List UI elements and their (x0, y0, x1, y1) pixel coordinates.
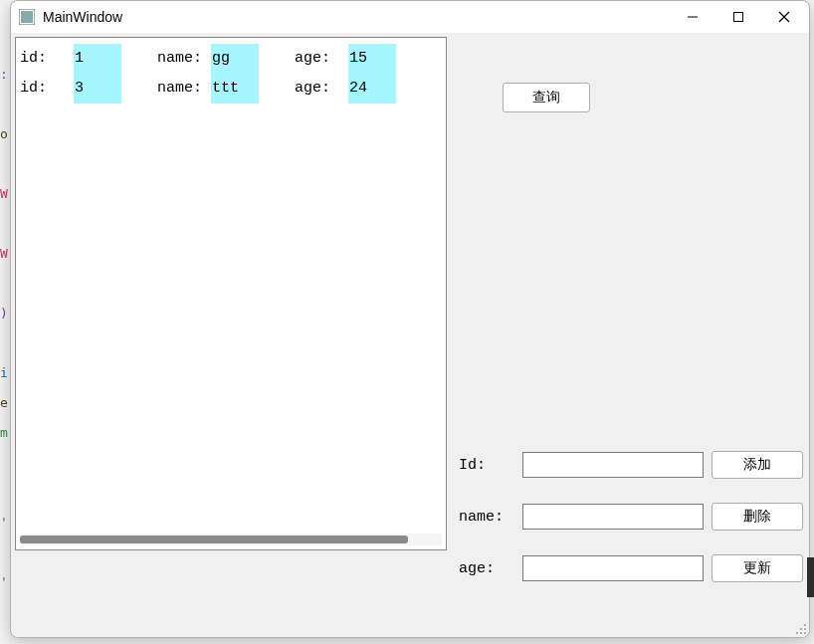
svg-rect-1 (21, 11, 33, 23)
delete-button[interactable]: 删除 (712, 503, 803, 531)
results-text-view[interactable]: id: 1 name: gg age: 15 id: 3 name: ttt a… (15, 37, 447, 550)
id-label: Id: (459, 457, 514, 474)
svg-rect-3 (734, 13, 743, 22)
form-row-name: name: 删除 (459, 503, 797, 531)
age-label: age: (459, 560, 514, 577)
id-input[interactable] (522, 452, 704, 478)
close-button[interactable] (761, 2, 807, 32)
horizontal-scrollbar[interactable] (20, 534, 442, 545)
app-icon (19, 9, 35, 25)
main-window: MainWindow id: 1 name: (10, 0, 810, 638)
form-area: Id: 添加 name: 删除 age: 更新 (459, 451, 797, 606)
form-row-id: Id: 添加 (459, 451, 797, 479)
name-label: name: (459, 509, 514, 526)
svg-point-8 (804, 628, 806, 630)
svg-point-10 (800, 632, 802, 634)
svg-point-6 (804, 624, 806, 626)
update-button[interactable]: 更新 (712, 554, 803, 582)
window-title: MainWindow (43, 9, 670, 25)
minimize-icon (687, 11, 699, 23)
svg-point-7 (800, 628, 802, 630)
right-panel: 查询 Id: 添加 name: 删除 age: 更新 (453, 37, 801, 629)
minimize-button[interactable] (670, 2, 715, 32)
results-text-content: id: 1 name: gg age: 15 id: 3 name: ttt a… (16, 38, 446, 109)
svg-point-9 (796, 632, 798, 634)
maximize-button[interactable] (715, 2, 761, 32)
svg-point-11 (804, 632, 806, 634)
query-button[interactable]: 查询 (503, 83, 590, 112)
maximize-icon (732, 11, 744, 23)
age-input[interactable] (522, 555, 704, 581)
client-area: id: 1 name: gg age: 15 id: 3 name: ttt a… (11, 33, 809, 637)
result-row: id: 3 name: ttt age: 24 (20, 80, 396, 97)
add-button[interactable]: 添加 (712, 451, 803, 479)
name-input[interactable] (522, 504, 704, 530)
titlebar[interactable]: MainWindow (11, 1, 809, 33)
scrollbar-thumb[interactable] (20, 536, 408, 543)
external-tab-strip (807, 557, 814, 597)
form-row-age: age: 更新 (459, 554, 797, 582)
resize-grip-icon[interactable] (793, 621, 807, 635)
result-row: id: 1 name: gg age: 15 (20, 50, 396, 67)
window-controls (670, 2, 807, 32)
close-icon (778, 11, 790, 23)
